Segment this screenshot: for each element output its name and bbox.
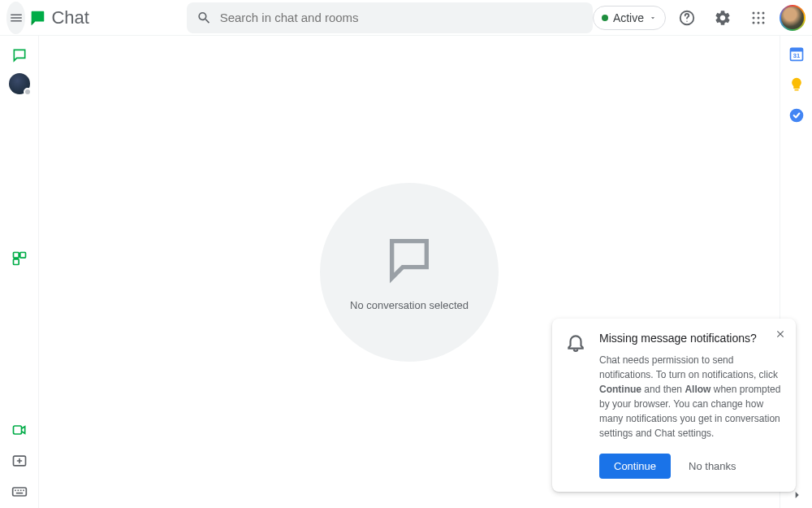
keep-icon (788, 76, 805, 93)
presence-badge (24, 88, 32, 96)
chevron-down-icon (649, 14, 657, 22)
tasks-addon-button[interactable] (788, 107, 805, 124)
svg-point-1 (686, 20, 687, 21)
svg-rect-16 (12, 488, 26, 496)
status-dropdown[interactable]: Active (593, 6, 666, 30)
main-menu-button[interactable] (6, 2, 25, 34)
app-title: Chat (51, 7, 89, 28)
rail-rooms-button[interactable] (3, 244, 36, 273)
rail-meet-button[interactable] (3, 415, 36, 445)
status-label: Active (613, 11, 644, 24)
svg-point-4 (762, 11, 765, 14)
header-right: Active (593, 3, 806, 33)
present-icon (11, 453, 28, 469)
chat-outline-icon (11, 47, 28, 63)
svg-point-5 (753, 16, 755, 19)
empty-state: No conversation selected (320, 183, 499, 362)
svg-rect-13 (13, 259, 19, 265)
search-input[interactable] (220, 11, 583, 24)
svg-rect-14 (13, 426, 21, 434)
settings-button[interactable] (708, 3, 737, 33)
header: Chat Active (0, 0, 812, 36)
svg-point-7 (762, 16, 765, 19)
left-rail (0, 36, 39, 508)
svg-rect-21 (15, 493, 22, 494)
notification-close-button[interactable] (775, 328, 786, 340)
apps-button[interactable] (744, 3, 773, 33)
svg-rect-19 (19, 490, 21, 492)
svg-point-9 (758, 21, 760, 24)
avatar-image (781, 7, 804, 29)
account-avatar[interactable] (780, 5, 806, 31)
help-icon (678, 9, 696, 27)
notification-actions: Continue No thanks (599, 454, 783, 479)
svg-point-3 (758, 11, 760, 14)
rail-new-meeting-button[interactable] (3, 446, 36, 475)
svg-rect-18 (17, 490, 19, 492)
notification-body: Missing message notifications? Chat need… (599, 332, 783, 479)
bell-icon (565, 332, 586, 479)
svg-rect-25 (794, 89, 798, 91)
search-bar[interactable] (187, 2, 593, 33)
gear-icon (714, 9, 732, 27)
rooms-icon (11, 250, 28, 267)
continue-button[interactable]: Continue (599, 454, 671, 479)
search-icon (197, 10, 212, 26)
calendar-icon: 31 (788, 46, 805, 62)
video-icon (11, 422, 28, 438)
rail-chat-button[interactable] (3, 41, 36, 70)
svg-point-6 (758, 16, 760, 19)
help-button[interactable] (672, 3, 702, 33)
tasks-icon (788, 107, 805, 124)
hamburger-icon (9, 11, 24, 25)
keep-addon-button[interactable] (788, 76, 805, 93)
svg-rect-17 (15, 490, 16, 492)
chat-bubble-icon (383, 232, 435, 284)
notification-card: Missing message notifications? Chat need… (552, 319, 796, 492)
keyboard-icon (11, 484, 28, 500)
svg-rect-20 (23, 490, 24, 492)
rail-contact-avatar[interactable] (9, 73, 30, 94)
no-thanks-button[interactable]: No thanks (677, 454, 748, 479)
svg-rect-11 (13, 253, 19, 258)
app-logo: Chat (28, 7, 89, 28)
rail-keyboard-button[interactable] (3, 477, 36, 506)
apps-grid-icon (751, 11, 766, 25)
close-icon (775, 328, 786, 340)
svg-rect-23 (790, 48, 802, 51)
active-status-dot (602, 15, 608, 21)
svg-point-10 (762, 21, 765, 24)
svg-point-2 (753, 11, 755, 14)
empty-state-text: No conversation selected (350, 299, 469, 311)
calendar-addon-button[interactable]: 31 (788, 46, 805, 62)
chat-logo-icon (28, 9, 46, 27)
svg-text:31: 31 (793, 52, 799, 59)
svg-point-8 (753, 21, 755, 24)
svg-rect-12 (19, 253, 25, 258)
notification-text: Chat needs permission to send notificati… (599, 353, 783, 441)
notification-title: Missing message notifications? (599, 332, 783, 345)
